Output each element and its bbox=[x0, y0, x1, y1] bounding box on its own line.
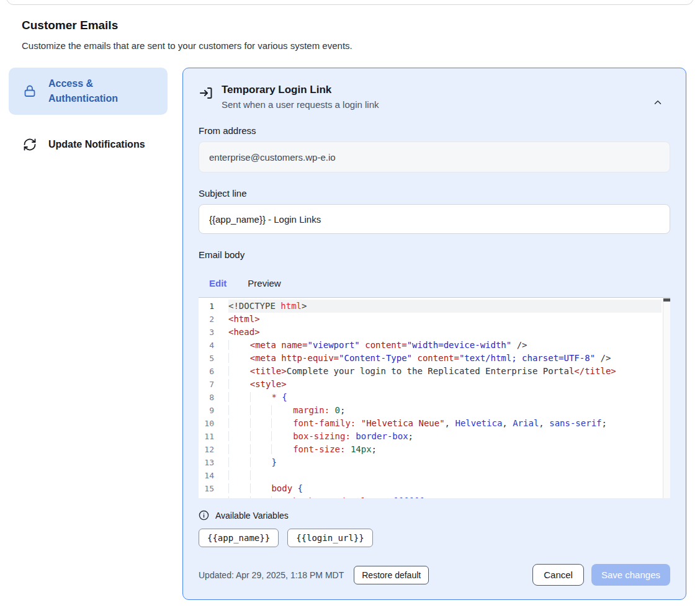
main-layout: Access & Authentication Update Notificat… bbox=[0, 68, 700, 600]
code-line bbox=[228, 469, 662, 482]
tab-edit[interactable]: Edit bbox=[199, 270, 237, 299]
info-icon bbox=[199, 510, 209, 521]
variable-chip-login-url[interactable]: {{login_url}} bbox=[287, 529, 373, 547]
temporary-login-link-panel: Temporary Login Link Sent when a user re… bbox=[182, 68, 686, 600]
variable-chips: {{app_name}} {{login_url}} bbox=[199, 529, 670, 547]
editor-scrollbar[interactable] bbox=[663, 298, 670, 498]
refresh-icon bbox=[22, 137, 37, 152]
sidebar-item-label: Update Notifications bbox=[48, 137, 145, 152]
page-title: Customer Emails bbox=[22, 19, 700, 32]
code-gutter: 12345678910111213141516 bbox=[199, 298, 221, 498]
code-line: <style> bbox=[228, 378, 662, 391]
subject-line-label: Subject line bbox=[199, 188, 670, 199]
log-in-icon bbox=[199, 86, 213, 101]
panel-header: Temporary Login Link Sent when a user re… bbox=[199, 84, 670, 110]
code-line: box-sizing: border-box; bbox=[228, 430, 662, 443]
email-body-tabs: Edit Preview bbox=[199, 270, 670, 299]
code-line: <meta http-equiv="Content-Type" content=… bbox=[228, 352, 662, 365]
code-line: <!DOCTYPE html> bbox=[228, 300, 662, 313]
sidebar-item-label: Access & Authentication bbox=[48, 76, 159, 106]
code-line: <title>Complete your login to the Replic… bbox=[228, 365, 662, 378]
panel-header-text: Temporary Login Link Sent when a user re… bbox=[222, 84, 379, 110]
cancel-button[interactable]: Cancel bbox=[532, 564, 584, 586]
code-line: <meta name="viewport" content="width=dev… bbox=[228, 339, 662, 352]
code-line: <html> bbox=[228, 313, 662, 326]
code-line: font-family: "Helvetica Neue", Helvetica… bbox=[228, 417, 662, 430]
updated-timestamp: Updated: Apr 29, 2025, 1:18 PM MDT bbox=[199, 570, 344, 580]
email-types-sidebar: Access & Authentication Update Notificat… bbox=[9, 68, 168, 161]
code-line: background-color: #ffffff; bbox=[228, 495, 662, 498]
code-line: font-size: 14px; bbox=[228, 443, 662, 456]
chevron-up-icon bbox=[652, 97, 666, 108]
from-address-label: From address bbox=[199, 125, 670, 136]
collapse-button[interactable] bbox=[652, 96, 666, 109]
sidebar-item-update-notifications[interactable]: Update Notifications bbox=[9, 128, 168, 161]
code-line: } bbox=[228, 456, 662, 469]
email-body-label: Email body bbox=[199, 249, 670, 260]
panel-subtitle: Sent when a user requests a login link bbox=[222, 99, 379, 110]
code-line: body { bbox=[228, 482, 662, 495]
code-line: <head> bbox=[228, 326, 662, 339]
available-variables-label: Available Variables bbox=[215, 511, 289, 521]
sidebar-item-access-authentication[interactable]: Access & Authentication bbox=[9, 68, 168, 115]
code-line: * { bbox=[228, 391, 662, 404]
available-variables-row: Available Variables bbox=[199, 510, 670, 521]
editor-scrollbar-thumb[interactable] bbox=[663, 298, 670, 302]
code-editor[interactable]: 12345678910111213141516 <!DOCTYPE html><… bbox=[199, 297, 670, 498]
panel-footer: Updated: Apr 29, 2025, 1:18 PM MDT Resto… bbox=[199, 564, 670, 586]
lock-icon bbox=[22, 84, 37, 99]
subject-line-input[interactable] bbox=[199, 204, 670, 234]
code-lines[interactable]: <!DOCTYPE html><html><head> <meta name="… bbox=[221, 298, 670, 498]
save-changes-button[interactable]: Save changes bbox=[591, 564, 670, 586]
from-address-input[interactable] bbox=[199, 141, 670, 172]
tab-preview[interactable]: Preview bbox=[237, 270, 291, 299]
variable-chip-app-name[interactable]: {{app_name}} bbox=[199, 529, 279, 547]
code-line: margin: 0; bbox=[228, 404, 662, 417]
top-container-edge bbox=[6, 0, 694, 5]
page-subtitle: Customize the emails that are sent to yo… bbox=[22, 40, 700, 51]
panel-title: Temporary Login Link bbox=[222, 84, 379, 96]
restore-default-button[interactable]: Restore default bbox=[354, 566, 429, 584]
